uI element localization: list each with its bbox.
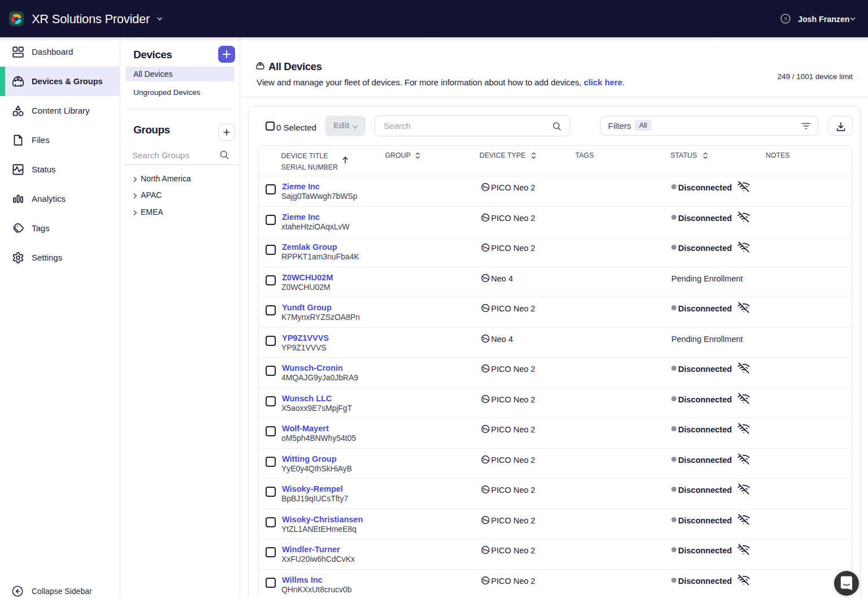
svg-text:?: ? [784,16,787,22]
